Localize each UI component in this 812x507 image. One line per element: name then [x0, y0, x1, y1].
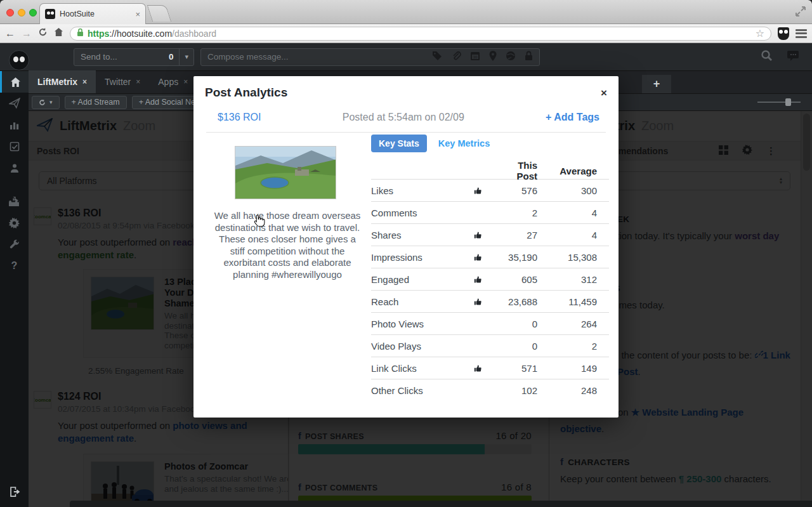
- tab-apps[interactable]: Apps×: [149, 70, 197, 93]
- browser-urlbar: ← → https://hootsuite.com/dashboard ☆: [0, 24, 812, 43]
- thumbs-up-icon: [474, 364, 498, 372]
- bookmark-star-icon[interactable]: ☆: [756, 27, 764, 39]
- globe-icon[interactable]: [506, 51, 516, 63]
- hootlet-extension-icon[interactable]: [778, 27, 789, 40]
- tab-close-icon[interactable]: ×: [183, 77, 188, 86]
- browser-menu-icon[interactable]: [796, 29, 807, 38]
- sidebar-item-publisher[interactable]: [0, 93, 29, 114]
- compose-placeholder: Compose message...: [207, 52, 432, 62]
- url-text: https://hootsuite.com/dashboard: [88, 29, 216, 39]
- tab-close-icon[interactable]: ×: [136, 77, 140, 86]
- hootsuite-logo[interactable]: [9, 50, 29, 70]
- table-row: Link Clicks 571149: [371, 357, 609, 379]
- modal-close-icon[interactable]: ×: [601, 88, 607, 98]
- col-average: Average: [537, 166, 597, 176]
- window-resize-icon[interactable]: [794, 5, 807, 18]
- table-row: Video Plays 02: [371, 334, 609, 357]
- lock-icon: [77, 28, 84, 39]
- privacy-lock-icon[interactable]: [525, 51, 533, 63]
- forward-icon[interactable]: →: [22, 29, 32, 39]
- divider: [206, 132, 606, 133]
- table-header-row: This Post Average: [371, 160, 609, 179]
- tab-close-icon[interactable]: ×: [82, 77, 87, 86]
- logout-icon[interactable]: [0, 481, 29, 503]
- slider-handle[interactable]: [785, 98, 791, 106]
- send-to-field[interactable]: Send to... 0 ▾: [74, 48, 194, 66]
- send-to-chevron-icon[interactable]: ▾: [179, 49, 193, 65]
- url-field[interactable]: https://hootsuite.com/dashboard ☆: [70, 27, 771, 41]
- chat-icon[interactable]: [787, 50, 799, 64]
- location-icon[interactable]: [489, 51, 497, 63]
- table-row: Comments 24: [371, 201, 609, 223]
- table-row: Shares 274: [371, 223, 609, 246]
- posted-timestamp: Posted at 5:54am on 02/09: [261, 112, 546, 123]
- col-this-post: This Post: [498, 160, 537, 181]
- post-analytics-modal: Post Analytics × $136 ROI Posted at 5:54…: [193, 76, 619, 418]
- browser-titlebar: HootSuite ×: [0, 0, 812, 24]
- mouse-cursor: [251, 214, 265, 228]
- home-icon[interactable]: [54, 27, 63, 39]
- back-icon[interactable]: ←: [5, 29, 15, 39]
- tab-close-icon[interactable]: ×: [135, 10, 140, 18]
- minimized-bottom-bar[interactable]: [70, 501, 812, 507]
- refresh-streams-button[interactable]: ▾: [32, 96, 60, 109]
- table-row: Reach 23,68811,459: [371, 290, 609, 312]
- tab-key-stats[interactable]: Key Stats: [371, 135, 427, 152]
- sidebar-item-settings[interactable]: [0, 212, 29, 234]
- sidebar-item-help[interactable]: ?: [0, 255, 29, 277]
- table-row: Impressions 35,19015,308: [371, 246, 609, 268]
- table-row: Other Clicks 102248: [371, 379, 609, 401]
- thumbs-up-icon: [474, 187, 498, 195]
- thumbs-up-icon: [474, 231, 498, 239]
- table-row: Engaged 605312: [371, 268, 609, 290]
- send-to-placeholder: Send to...: [74, 52, 163, 62]
- sidebar-item-apps[interactable]: [0, 190, 29, 212]
- sidebar: ?: [0, 71, 29, 507]
- hootsuite-favicon: [45, 9, 55, 19]
- add-tab-button[interactable]: +: [642, 75, 671, 93]
- search-icon[interactable]: [761, 49, 773, 64]
- send-to-count: 0: [163, 52, 180, 62]
- attachment-icon[interactable]: [451, 51, 461, 63]
- post-caption: We all have those dream overseas destina…: [211, 210, 363, 280]
- browser-tab-title: HootSuite: [60, 10, 131, 18]
- add-tags-button[interactable]: + Add Tags: [546, 112, 599, 123]
- tab-liftmetrix[interactable]: LiftMetrix×: [29, 70, 96, 93]
- table-row: Likes 576300: [371, 179, 609, 201]
- thumbs-up-icon: [474, 298, 498, 306]
- tab-key-metrics[interactable]: Key Metrics: [438, 138, 490, 148]
- tab-twitter[interactable]: Twitter×: [96, 70, 149, 93]
- new-tab-button[interactable]: [147, 5, 171, 22]
- sidebar-item-assignments[interactable]: [0, 136, 29, 157]
- add-stream-button[interactable]: + Add Stream: [65, 96, 127, 109]
- window-close-button[interactable]: [6, 9, 14, 16]
- sidebar-item-contacts[interactable]: [0, 157, 29, 179]
- roi-link[interactable]: $136 ROI: [218, 112, 261, 123]
- column-width-slider[interactable]: [757, 102, 801, 103]
- compose-message-field[interactable]: Compose message... 30: [200, 48, 540, 66]
- sidebar-item-analytics[interactable]: [0, 114, 29, 136]
- sidebar-item-streams[interactable]: [0, 71, 29, 93]
- key-stats-table: This Post Average Likes 576300 Comments …: [371, 160, 609, 401]
- svg-text:30: 30: [473, 55, 478, 59]
- thumbs-up-icon: [474, 253, 498, 261]
- browser-tab[interactable]: HootSuite ×: [39, 3, 146, 24]
- hootsuite-toolbar: Send to... 0 ▾ Compose message... 30: [0, 43, 812, 71]
- table-row: Photo Views 0264: [371, 312, 609, 334]
- thumbs-up-icon: [474, 275, 498, 284]
- refresh-icon[interactable]: [38, 27, 48, 39]
- post-image: [235, 146, 336, 199]
- window-zoom-button[interactable]: [29, 9, 37, 16]
- modal-title: Post Analytics: [205, 86, 287, 100]
- sidebar-item-tools[interactable]: [0, 234, 29, 255]
- tag-icon[interactable]: [432, 51, 442, 63]
- screen: HootSuite × ← → https://hootsuite.com/da…: [0, 0, 812, 507]
- window-minimize-button[interactable]: [18, 9, 25, 16]
- calendar-icon[interactable]: 30: [470, 51, 480, 63]
- refresh-chevron-icon: ▾: [49, 99, 53, 105]
